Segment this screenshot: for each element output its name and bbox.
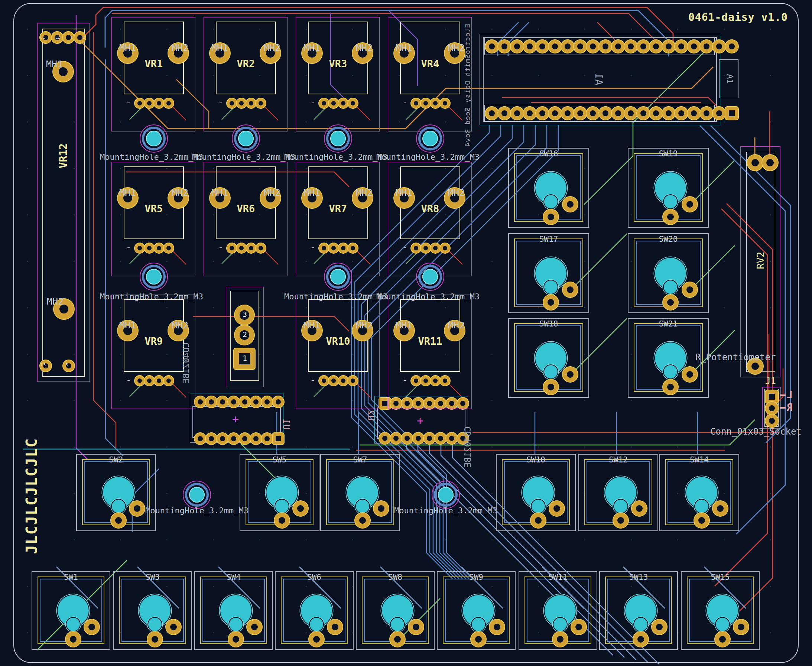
pin-pad[interactable] <box>379 433 390 444</box>
pin-pad[interactable] <box>747 155 763 170</box>
pin-pad[interactable] <box>164 376 173 386</box>
pin-pad[interactable] <box>329 99 338 108</box>
pin-pad[interactable] <box>154 376 164 386</box>
mounting-hole[interactable] <box>324 263 352 291</box>
pin-pad[interactable] <box>624 107 637 120</box>
pin-pad[interactable] <box>111 513 126 528</box>
pin-pad[interactable] <box>563 367 578 382</box>
pin-pad[interactable] <box>217 396 228 407</box>
pin-pad[interactable] <box>586 40 599 53</box>
pin-pad[interactable] <box>524 40 536 53</box>
pin-pad[interactable] <box>563 282 578 297</box>
key-switch[interactable]: SW19 <box>628 148 709 228</box>
pin-pad[interactable] <box>63 360 74 371</box>
pin-pad[interactable] <box>663 380 678 394</box>
pin-pad[interactable] <box>421 376 430 386</box>
pin-pad[interactable] <box>135 99 145 108</box>
pin-pad[interactable] <box>536 107 548 120</box>
pin-pad[interactable] <box>390 632 405 647</box>
pin-pad[interactable] <box>348 99 358 108</box>
pin-pad[interactable] <box>511 40 524 53</box>
vr-module[interactable]: MH1MH2VR11- <box>400 299 460 386</box>
key-switch[interactable]: SW9 <box>437 571 516 650</box>
key-switch[interactable]: SW4 <box>194 571 273 650</box>
pin-pad[interactable] <box>194 396 206 407</box>
pin-pad[interactable] <box>206 396 217 407</box>
pin-pad[interactable] <box>250 396 262 407</box>
pin-pad[interactable] <box>766 402 778 415</box>
key-switch[interactable]: SW15 <box>681 571 759 650</box>
pin-pad[interactable] <box>84 620 99 635</box>
key-switch[interactable]: SW11 <box>519 571 597 650</box>
pin-pad[interactable] <box>166 620 181 635</box>
pin-pad[interactable] <box>309 632 324 647</box>
pin-pad[interactable] <box>663 295 678 310</box>
pin-pad[interactable] <box>338 243 348 253</box>
pin-pad[interactable] <box>262 396 273 407</box>
key-switch[interactable]: SW7 <box>320 454 400 531</box>
vr-module[interactable]: MH1MH2VR1- <box>124 21 184 109</box>
pin1-pad[interactable] <box>766 391 778 403</box>
pin-pad[interactable] <box>713 40 725 53</box>
pin-pad[interactable] <box>147 632 162 647</box>
pin-pad[interactable] <box>273 433 284 444</box>
pin-pad[interactable] <box>338 376 348 386</box>
pin-pad[interactable] <box>256 99 265 108</box>
pin-pad[interactable] <box>544 295 558 310</box>
pin-pad[interactable] <box>250 433 262 444</box>
pin-pad[interactable] <box>682 367 697 382</box>
pin-pad[interactable] <box>435 433 446 444</box>
pin-pad[interactable] <box>531 513 546 528</box>
mounting-hole[interactable] <box>416 263 444 291</box>
pin-pad[interactable] <box>544 380 558 394</box>
pin-pad[interactable] <box>613 513 628 528</box>
pin-pad[interactable] <box>536 40 548 53</box>
mounting-hole[interactable] <box>324 124 352 153</box>
pin-pad[interactable] <box>135 243 145 253</box>
pin-pad[interactable] <box>574 40 586 53</box>
pin-pad[interactable] <box>599 40 612 53</box>
key-switch[interactable]: SW3 <box>113 571 192 650</box>
vr-module[interactable]: L1 L2 1 2 MH1 MH2 L3 3 <box>37 23 90 382</box>
key-switch[interactable]: SW8 <box>356 571 435 650</box>
pin-pad[interactable] <box>247 620 262 635</box>
pin-pad[interactable] <box>498 40 511 53</box>
pin-pad[interactable] <box>227 243 237 253</box>
key-switch[interactable]: SW16 <box>508 148 589 228</box>
three-pin-footprint[interactable]: 3 2 1 <box>226 287 264 387</box>
pin-pad[interactable] <box>411 99 421 108</box>
pin-pad[interactable] <box>650 40 662 53</box>
pin-pad[interactable] <box>348 376 358 386</box>
pin-pad[interactable] <box>348 243 358 253</box>
mounting-hole[interactable] <box>140 124 168 153</box>
pin-pad[interactable] <box>154 243 164 253</box>
pin-pad[interactable] <box>662 107 675 120</box>
mounting-hole[interactable] <box>432 481 460 509</box>
pin-pad[interactable] <box>319 376 329 386</box>
pin-pad[interactable] <box>164 99 173 108</box>
pin-pad[interactable] <box>273 396 284 407</box>
key-switch[interactable]: SW1 <box>31 571 110 650</box>
pin-pad[interactable] <box>440 243 450 253</box>
pin-pad[interactable] <box>561 40 574 53</box>
pin-pad[interactable] <box>154 99 164 108</box>
pin-pad[interactable] <box>145 99 154 108</box>
pin-pad[interactable] <box>135 376 145 386</box>
mounting-hole[interactable] <box>232 124 260 153</box>
pin-pad[interactable] <box>164 243 173 253</box>
pin-pad[interactable] <box>688 107 700 120</box>
pin-pad[interactable] <box>637 107 650 120</box>
pin-pad[interactable] <box>663 209 678 224</box>
pin-pad[interactable] <box>574 107 586 120</box>
key-switch[interactable]: SW12 <box>578 454 658 531</box>
pin-pad[interactable] <box>688 40 700 53</box>
key-switch[interactable]: SW18 <box>508 318 589 398</box>
pin-pad[interactable] <box>548 107 561 120</box>
pin-pad[interactable] <box>571 620 586 635</box>
vr-module[interactable]: MH1MH2VR6- <box>216 166 276 253</box>
pin-pad[interactable] <box>612 40 624 53</box>
pin-pad[interactable] <box>329 376 338 386</box>
pin-pad[interactable] <box>486 107 498 120</box>
pin-pad[interactable] <box>430 99 440 108</box>
pin-pad[interactable] <box>624 40 637 53</box>
